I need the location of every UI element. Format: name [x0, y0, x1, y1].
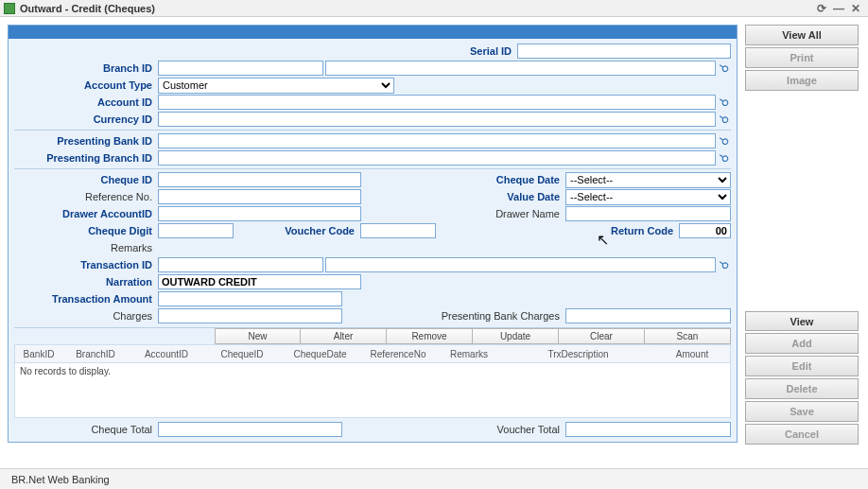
update-button[interactable]: Update	[473, 328, 559, 344]
account-id-input[interactable]	[158, 95, 716, 110]
serial-id-label: Serial ID	[14, 45, 515, 57]
cheque-id-label: Cheque ID	[14, 174, 156, 185]
statusbar: BR.Net Web Banking	[0, 468, 868, 489]
account-type-select[interactable]: Customer	[158, 78, 394, 94]
status-text: BR.Net Web Banking	[11, 474, 110, 485]
save-button[interactable]: Save	[745, 401, 859, 422]
search-icon[interactable]: ⚲	[715, 59, 733, 77]
divider	[14, 168, 731, 169]
grid-empty-text: No records to display.	[20, 366, 111, 376]
transaction-id-desc-input[interactable]	[325, 257, 716, 272]
grid-header: BankID BranchID AccountID ChequeID Chequ…	[14, 344, 731, 363]
col-trxdescription: TrxDescription	[502, 349, 654, 359]
remove-button[interactable]: Remove	[387, 328, 473, 344]
drawer-accountid-input[interactable]	[158, 206, 361, 221]
narration-input[interactable]	[158, 274, 361, 289]
remarks-label: Remarks	[14, 242, 156, 253]
titlebar: Outward - Credit (Cheques) ⟳ — ✕	[0, 0, 868, 17]
add-button[interactable]: Add	[745, 333, 859, 354]
search-icon[interactable]: ⚲	[715, 255, 733, 273]
narration-label: Narration	[14, 276, 156, 288]
alter-button[interactable]: Alter	[301, 328, 387, 344]
cheque-date-select[interactable]: --Select--	[565, 172, 731, 188]
value-date-select[interactable]: --Select--	[565, 189, 731, 205]
minimize-icon[interactable]: —	[830, 2, 847, 15]
form-panel: Serial ID Branch ID ⚲ Account Type Custo…	[8, 25, 738, 443]
voucher-total-input[interactable]	[565, 422, 731, 437]
delete-button[interactable]: Delete	[745, 378, 859, 399]
account-type-label: Account Type	[14, 79, 156, 91]
grid-body: No records to display.	[14, 363, 731, 418]
edit-button[interactable]: Edit	[745, 356, 859, 376]
value-date-label: Value Date	[363, 191, 564, 202]
col-chequedate: ChequeDate	[280, 349, 360, 359]
cheque-id-input[interactable]	[158, 172, 361, 187]
drawer-name-label: Drawer Name	[363, 208, 564, 219]
return-code-label: Return Code	[438, 225, 677, 236]
image-button[interactable]: Image	[745, 70, 859, 91]
currency-id-input[interactable]	[158, 112, 716, 127]
col-amount: Amount	[654, 349, 730, 359]
col-branchid: BranchID	[62, 349, 129, 359]
cheque-total-label: Cheque Total	[14, 424, 156, 435]
voucher-code-label: Voucher Code	[235, 225, 358, 236]
col-referenceno: ReferenceNo	[360, 349, 436, 359]
divider	[14, 130, 731, 131]
view-button[interactable]: View	[745, 311, 859, 332]
cheque-total-input[interactable]	[158, 422, 342, 437]
branch-id-desc-input[interactable]	[325, 61, 716, 76]
account-id-label: Account ID	[14, 96, 156, 108]
return-code-input[interactable]	[679, 223, 731, 238]
transaction-amount-label: Transaction Amount	[14, 293, 156, 305]
panel-header	[9, 26, 737, 39]
col-bankid: BankID	[15, 349, 62, 359]
search-icon[interactable]: ⚲	[715, 131, 733, 149]
drawer-accountid-label: Drawer AccountID	[14, 208, 156, 219]
window-icon	[4, 3, 15, 14]
currency-id-label: Currency ID	[14, 114, 156, 125]
side-panel: View All Print Image View Add Edit Delet…	[745, 17, 868, 452]
branch-id-input[interactable]	[158, 61, 323, 76]
presenting-bank-charges-input[interactable]	[565, 308, 731, 323]
cheque-date-label: Cheque Date	[363, 174, 564, 185]
presenting-bank-charges-label: Presenting Bank Charges	[344, 310, 564, 322]
print-button[interactable]: Print	[745, 47, 859, 68]
search-icon[interactable]: ⚲	[715, 148, 733, 166]
transaction-id-input[interactable]	[158, 257, 323, 272]
branch-id-label: Branch ID	[14, 62, 156, 74]
col-accountid: AccountID	[129, 349, 204, 359]
search-icon[interactable]: ⚲	[715, 110, 733, 128]
drawer-name-input[interactable]	[565, 206, 731, 221]
cancel-button[interactable]: Cancel	[745, 424, 859, 445]
col-remarks: Remarks	[436, 349, 502, 359]
close-icon[interactable]: ✕	[847, 2, 864, 15]
voucher-total-label: Voucher Total	[344, 424, 564, 435]
presenting-bank-id-label: Presenting Bank ID	[14, 135, 156, 147]
reference-no-label: Reference No.	[14, 191, 156, 202]
window-title: Outward - Credit (Cheques)	[20, 3, 155, 14]
cheque-digit-input[interactable]	[158, 223, 234, 238]
search-icon[interactable]: ⚲	[715, 93, 733, 111]
reference-no-input[interactable]	[158, 189, 361, 204]
transaction-id-label: Transaction ID	[14, 259, 156, 271]
scan-button[interactable]: Scan	[645, 328, 731, 344]
col-chequeid: ChequeID	[204, 349, 280, 359]
cheque-digit-label: Cheque Digit	[14, 225, 156, 236]
presenting-bank-id-input[interactable]	[158, 133, 716, 148]
presenting-branch-id-label: Presenting Branch ID	[14, 152, 156, 164]
charges-label: Charges	[14, 310, 156, 322]
restore-icon[interactable]: ⟳	[813, 2, 830, 15]
transaction-amount-input[interactable]	[158, 291, 342, 306]
view-all-button[interactable]: View All	[745, 25, 859, 45]
grid-toolbar: New Alter Remove Update Clear Scan	[14, 327, 731, 344]
presenting-branch-id-input[interactable]	[158, 150, 716, 166]
clear-button[interactable]: Clear	[559, 328, 645, 344]
serial-id-input[interactable]	[517, 44, 731, 59]
charges-input[interactable]	[158, 308, 342, 323]
voucher-code-input[interactable]	[360, 223, 436, 238]
new-button[interactable]: New	[215, 328, 301, 344]
